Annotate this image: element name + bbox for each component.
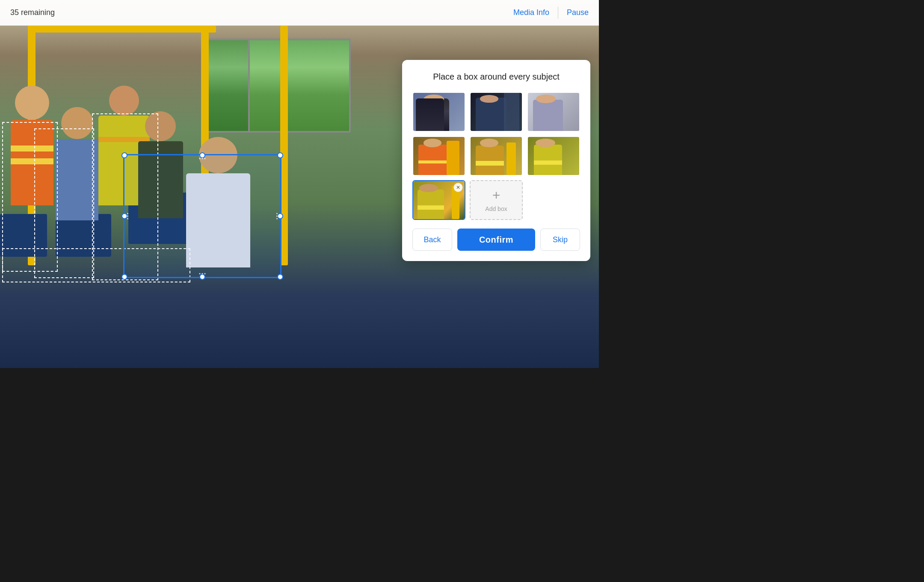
thumbnail-1[interactable] (412, 92, 465, 132)
header-actions: Media Info Pause (513, 7, 589, 19)
pole-3 (280, 26, 288, 265)
thumbnail-2[interactable] (470, 92, 523, 132)
media-info-button[interactable]: Media Info (513, 8, 549, 17)
thumbnail-7-selected[interactable]: ✕ (412, 180, 465, 220)
header-bar: 35 remaining Media Info Pause (0, 0, 599, 26)
header-divider (558, 7, 558, 19)
back-button[interactable]: Back (412, 229, 452, 251)
pause-button[interactable]: Pause (567, 8, 589, 17)
pole-top-h (28, 26, 216, 33)
thumbnails-grid: ✕ + Add box (412, 92, 580, 220)
person-5 (135, 111, 186, 248)
add-box-button[interactable]: + Add box (470, 180, 523, 220)
confirm-button[interactable]: Confirm (457, 229, 535, 251)
person-4-main (180, 137, 257, 300)
person-1 (9, 86, 56, 248)
panel-title: Place a box around every subject (412, 72, 580, 82)
thumbnail-4[interactable] (412, 136, 465, 176)
remaining-counter: 35 remaining (10, 8, 55, 17)
thumbnail-5[interactable] (470, 136, 523, 176)
add-box-label: Add box (485, 205, 507, 212)
add-box-plus-icon: + (492, 188, 500, 202)
annotation-panel: Place a box around every subject (402, 60, 590, 261)
bus-window-2 (248, 39, 351, 133)
thumbnail-6[interactable] (527, 136, 580, 176)
skip-button[interactable]: Skip (540, 229, 580, 251)
panel-buttons: Back Confirm Skip (412, 229, 580, 251)
thumbnail-7-close-button[interactable]: ✕ (453, 183, 463, 192)
thumbnail-3[interactable] (527, 92, 580, 132)
bus-floor (0, 300, 599, 368)
